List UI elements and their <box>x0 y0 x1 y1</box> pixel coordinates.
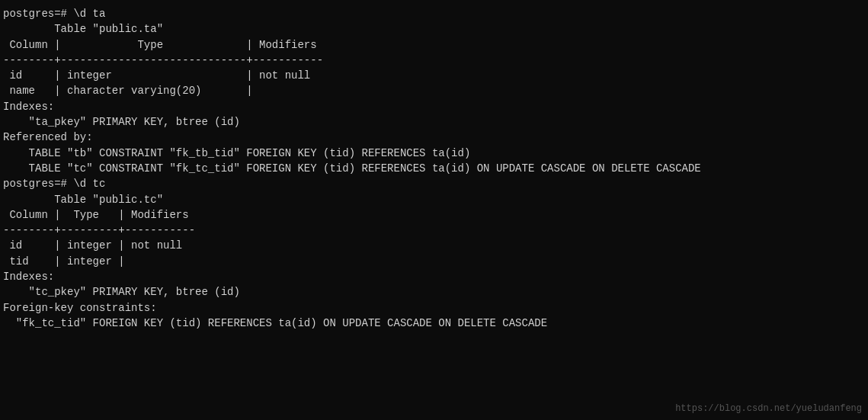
terminal-line: TABLE "tc" CONSTRAINT "fk_tc_tid" FOREIG… <box>3 161 865 176</box>
terminal-line: Indexes: <box>3 269 865 284</box>
terminal-line: Table "public.tc" <box>3 192 865 207</box>
terminal-line: id | integer | not null <box>3 68 865 83</box>
terminal-line: Foreign-key constraints: <box>3 300 865 316</box>
terminal-line: Column | Type | Modifiers <box>3 37 865 53</box>
terminal-line: "tc_pkey" PRIMARY KEY, btree (id) <box>3 284 865 300</box>
terminal-line: Referenced by: <box>3 130 865 145</box>
terminal-line: "fk_tc_tid" FOREIGN KEY (tid) REFERENCES… <box>3 316 865 331</box>
terminal-window: postgres=# \d ta Table "public.ta" Colum… <box>0 0 868 420</box>
watermark: https://blog.csdn.net/yueludanfeng <box>675 402 862 415</box>
terminal-line: Column | Type | Modifiers <box>3 207 865 223</box>
terminal-line: "ta_pkey" PRIMARY KEY, btree (id) <box>3 114 865 130</box>
terminal-line: postgres=# \d tc <box>3 176 865 191</box>
terminal-line: postgres=# \d ta <box>3 6 865 21</box>
terminal-line: TABLE "tb" CONSTRAINT "fk_tb_tid" FOREIG… <box>3 146 865 161</box>
terminal-line: name | character varying(20) | <box>3 83 865 98</box>
terminal-line: Indexes: <box>3 99 865 114</box>
terminal-line: id | integer | not null <box>3 238 865 253</box>
terminal-line: --------+-----------------------------+-… <box>3 53 865 68</box>
terminal-line: --------+---------+----------- <box>3 223 865 238</box>
terminal-line: Table "public.ta" <box>3 21 865 37</box>
terminal-line: tid | integer | <box>3 254 865 269</box>
